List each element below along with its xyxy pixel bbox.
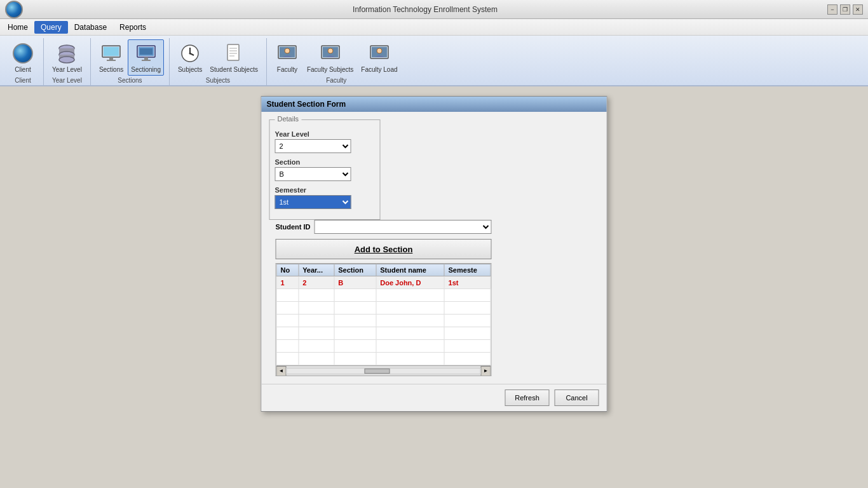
col-no: No: [276, 264, 299, 276]
toolbar-group-subjects-items: Subjects Student Subjects: [175, 39, 261, 76]
cell-empty: [299, 302, 334, 315]
toolbar-btn-sections[interactable]: Sections: [96, 39, 126, 76]
globe-icon: [11, 42, 34, 65]
add-to-section-button[interactable]: Add to Section: [276, 239, 492, 259]
toolbar-group-label-subjects: Subjects: [206, 77, 230, 85]
cell-empty: [276, 302, 299, 315]
dialog-body: Details Year Level 1 2 3 4 S: [262, 112, 607, 384]
svg-point-28: [328, 48, 333, 53]
toolbar-label-client: Client: [15, 66, 31, 73]
close-button[interactable]: ✕: [853, 4, 863, 15]
toolbar-group-year-level: Year Level Year Level: [44, 38, 91, 85]
cell-section: B: [334, 276, 376, 289]
toolbar-btn-subjects[interactable]: Subjects: [175, 39, 205, 76]
toolbar-btn-student-subjects[interactable]: Student Subjects: [207, 39, 261, 76]
col-section: Section: [334, 264, 376, 276]
cell-empty: [444, 289, 491, 302]
cell-empty: [444, 327, 491, 340]
sectioning-icon: [135, 42, 158, 65]
cell-empty: [276, 289, 299, 302]
toolbar-btn-sectioning[interactable]: Sectioning: [128, 39, 164, 76]
section-select[interactable]: A B C: [275, 167, 351, 181]
svg-point-4: [59, 57, 74, 63]
clock-icon: [179, 42, 201, 65]
toolbar-group-sections-items: Sections Sectioning: [96, 39, 164, 76]
refresh-button[interactable]: Refresh: [505, 390, 550, 406]
svg-point-31: [377, 48, 382, 53]
table-scroll[interactable]: No Year... Section Student name Semeste: [276, 264, 491, 365]
cell-empty: [276, 353, 299, 365]
horizontal-scrollbar[interactable]: ◄ ►: [276, 365, 491, 376]
cell-empty: [444, 302, 491, 315]
toolbar-label-faculty-subjects: Faculty Subjects: [307, 66, 353, 73]
cancel-button[interactable]: Cancel: [555, 390, 599, 406]
app-globe-icon: [5, 1, 23, 18]
student-id-select[interactable]: [315, 220, 492, 234]
toolbar-btn-year-level[interactable]: Year Level: [49, 39, 85, 76]
restore-button[interactable]: ❐: [840, 4, 850, 15]
cell-empty: [276, 327, 299, 340]
toolbar-label-year-level: Year Level: [52, 66, 82, 73]
faculty-person-icon: [276, 42, 299, 65]
year-level-row: Year Level 1 2 3 4: [275, 130, 375, 153]
cell-empty: [376, 327, 444, 340]
cell-empty: [444, 315, 491, 327]
toolbar-btn-faculty[interactable]: Faculty: [272, 39, 302, 76]
toolbar-label-sections: Sections: [99, 66, 123, 73]
toolbar-btn-faculty-load[interactable]: Faculty Load: [358, 39, 400, 76]
semester-select[interactable]: 1st 2nd: [275, 195, 351, 209]
table-body: 1 2 B Doe John, D 1st: [276, 276, 491, 365]
cell-semester: 1st: [444, 276, 491, 289]
semester-label: Semester: [275, 186, 375, 194]
menu-reports[interactable]: Reports: [113, 21, 153, 34]
scroll-right-arrow[interactable]: ►: [481, 366, 491, 376]
db-icon: [55, 42, 78, 65]
faculty-subjects-icon: [319, 42, 342, 65]
svg-rect-18: [227, 44, 239, 60]
section-label: Section: [275, 158, 375, 166]
svg-rect-12: [144, 57, 148, 60]
toolbar-label-faculty-load: Faculty Load: [361, 66, 397, 73]
cell-empty: [334, 340, 376, 353]
doc-icon: [222, 42, 245, 65]
cell-empty: [334, 327, 376, 340]
cell-year: 2: [299, 276, 334, 289]
details-legend: Details: [275, 115, 302, 123]
toolbar-group-label-sections: Sections: [118, 77, 142, 85]
cell-empty: [444, 340, 491, 353]
toolbar-btn-client[interactable]: Client: [8, 39, 38, 76]
scroll-thumb[interactable]: [364, 369, 390, 374]
minimize-button[interactable]: −: [827, 4, 837, 15]
cell-empty: [376, 302, 444, 315]
table-row-empty-1: [276, 289, 491, 302]
faculty-load-icon: [368, 42, 391, 65]
scroll-left-arrow[interactable]: ◄: [276, 366, 287, 376]
toolbar-group-label-faculty: Faculty: [326, 77, 346, 85]
cell-empty: [376, 289, 444, 302]
cell-empty: [334, 353, 376, 365]
right-panel: Student ID Add to Section No: [276, 220, 492, 376]
cell-empty: [299, 327, 334, 340]
col-student-name: Student name: [376, 264, 444, 276]
table-header-row: No Year... Section Student name Semeste: [276, 264, 491, 276]
menu-bar: Home Query Database Reports: [0, 19, 868, 36]
svg-rect-11: [140, 48, 153, 55]
menu-database[interactable]: Database: [68, 21, 113, 34]
scroll-track[interactable]: [287, 368, 481, 374]
toolbar-group-faculty: Faculty Faculty Subjects: [267, 38, 406, 85]
year-level-select[interactable]: 1 2 3 4: [275, 139, 351, 153]
window-title: Information Technology Enrollment System: [23, 5, 827, 14]
cell-empty: [299, 340, 334, 353]
cell-empty: [334, 289, 376, 302]
col-semester: Semeste: [444, 264, 491, 276]
menu-query[interactable]: Query: [34, 21, 68, 34]
student-id-row: Student ID: [276, 220, 492, 234]
toolbar-group-label-year-level: Year Level: [52, 77, 82, 85]
main-content: Student Section Form Details Year Level …: [0, 86, 868, 488]
toolbar-btn-faculty-subjects[interactable]: Faculty Subjects: [304, 39, 356, 76]
menu-home[interactable]: Home: [1, 21, 34, 34]
toolbar-group-subjects: Subjects Student Subjects Subjects: [170, 38, 267, 85]
table-row-empty-4: [276, 327, 491, 340]
table-row[interactable]: 1 2 B Doe John, D 1st: [276, 276, 491, 289]
details-group: Details Year Level 1 2 3 4 S: [269, 119, 381, 220]
